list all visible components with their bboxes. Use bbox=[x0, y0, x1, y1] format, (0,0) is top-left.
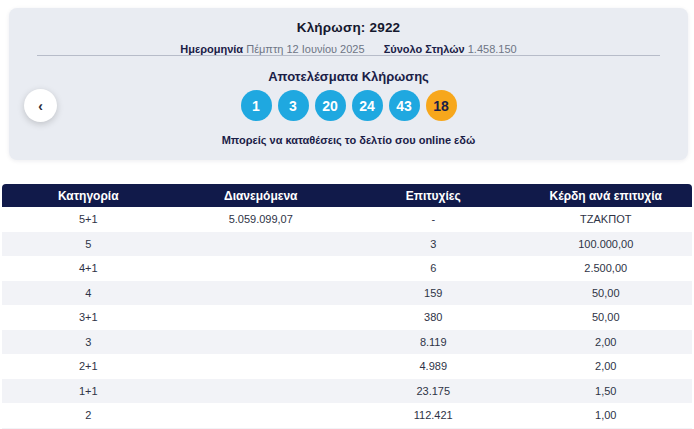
table-cell: 50,00 bbox=[520, 281, 693, 306]
table-cell: 4+1 bbox=[2, 256, 175, 281]
winning-number-ball: 3 bbox=[278, 90, 309, 121]
table-cell bbox=[175, 403, 348, 428]
results-title: Αποτελέσματα Κλήρωσης bbox=[9, 69, 688, 84]
table-row: 2 112.421 1,00 bbox=[2, 403, 692, 428]
table-cell bbox=[175, 330, 348, 355]
table-cell bbox=[175, 354, 348, 379]
draw-title: Κλήρωση: 2922 bbox=[9, 8, 688, 35]
table-row: 5+1 5.059.099,07 - ΤΖΑΚΠΟΤ bbox=[2, 207, 692, 232]
table-cell: 2+1 bbox=[2, 354, 175, 379]
prize-table: Κατηγορία Διανεμόμενα Επιτυχίες Κέρδη αν… bbox=[2, 184, 692, 429]
table-cell: 5.059.099,07 bbox=[175, 207, 348, 232]
prize-table-container: Κατηγορία Διανεμόμενα Επιτυχίες Κέρδη αν… bbox=[2, 184, 692, 429]
draw-summary-card: Κλήρωση: 2922 Ημερομηνία Πέμπτη 12 Ιουνί… bbox=[9, 8, 688, 160]
table-cell bbox=[175, 256, 348, 281]
table-cell bbox=[175, 379, 348, 404]
table-row: 4 159 50,00 bbox=[2, 281, 692, 306]
table-cell: 1+1 bbox=[2, 379, 175, 404]
table-cell: 5+1 bbox=[2, 207, 175, 232]
winning-numbers: 1 3 20 24 43 18 bbox=[9, 90, 688, 121]
bonus-number-ball: 18 bbox=[426, 90, 457, 121]
table-cell: 2 bbox=[2, 403, 175, 428]
table-cell bbox=[175, 232, 348, 257]
table-cell: 3 bbox=[2, 330, 175, 355]
table-cell bbox=[175, 305, 348, 330]
table-cell: 2,00 bbox=[520, 330, 693, 355]
table-cell: 4 bbox=[2, 281, 175, 306]
columns-value: 1.458.150 bbox=[468, 43, 517, 55]
total-columns: Σύνολο Στηλών 1.458.150 bbox=[384, 43, 517, 55]
draw-meta: Ημερομηνία Πέμπτη 12 Ιουνίου 2025 Σύνολο… bbox=[9, 43, 688, 55]
table-cell: - bbox=[347, 207, 520, 232]
table-cell: 2,00 bbox=[520, 354, 693, 379]
winning-number-ball: 20 bbox=[315, 90, 346, 121]
online-deposit-link[interactable]: Μπορείς να καταθέσεις το δελτίο σου onli… bbox=[9, 134, 688, 146]
table-cell: 50,00 bbox=[520, 305, 693, 330]
columns-label: Σύνολο Στηλών bbox=[384, 43, 465, 55]
table-cell: 1,50 bbox=[520, 379, 693, 404]
table-row: 4+1 6 2.500,00 bbox=[2, 256, 692, 281]
date-value: Πέμπτη 12 Ιουνίου 2025 bbox=[246, 43, 364, 55]
table-cell: 112.421 bbox=[347, 403, 520, 428]
table-cell: 380 bbox=[347, 305, 520, 330]
table-cell: 23.175 bbox=[347, 379, 520, 404]
section-divider bbox=[37, 55, 660, 56]
table-cell: 3+1 bbox=[2, 305, 175, 330]
table-row: 3 8.119 2,00 bbox=[2, 330, 692, 355]
column-header-prize-per-win: Κέρδη ανά επιτυχία bbox=[520, 184, 693, 207]
table-row: 1+1 23.175 1,50 bbox=[2, 379, 692, 404]
draw-date: Ημερομηνία Πέμπτη 12 Ιουνίου 2025 bbox=[180, 43, 364, 55]
column-header-category: Κατηγορία bbox=[2, 184, 175, 207]
table-cell: 100.000,00 bbox=[520, 232, 693, 257]
column-header-distributed: Διανεμόμενα bbox=[175, 184, 348, 207]
table-cell: 8.119 bbox=[347, 330, 520, 355]
table-cell: 4.989 bbox=[347, 354, 520, 379]
table-cell: ΤΖΑΚΠΟΤ bbox=[520, 207, 693, 232]
table-cell: 1,00 bbox=[520, 403, 693, 428]
table-cell bbox=[175, 281, 348, 306]
table-cell: 159 bbox=[347, 281, 520, 306]
winning-number-ball: 43 bbox=[389, 90, 420, 121]
table-cell: 2.500,00 bbox=[520, 256, 693, 281]
table-cell: 6 bbox=[347, 256, 520, 281]
table-row: 3+1 380 50,00 bbox=[2, 305, 692, 330]
table-row: 2+1 4.989 2,00 bbox=[2, 354, 692, 379]
table-row: 5 3 100.000,00 bbox=[2, 232, 692, 257]
winning-number-ball: 24 bbox=[352, 90, 383, 121]
table-cell: 5 bbox=[2, 232, 175, 257]
table-cell: 3 bbox=[347, 232, 520, 257]
date-label: Ημερομηνία bbox=[180, 43, 243, 55]
winning-number-ball: 1 bbox=[241, 90, 272, 121]
table-header-row: Κατηγορία Διανεμόμενα Επιτυχίες Κέρδη αν… bbox=[2, 184, 692, 207]
column-header-winners: Επιτυχίες bbox=[347, 184, 520, 207]
